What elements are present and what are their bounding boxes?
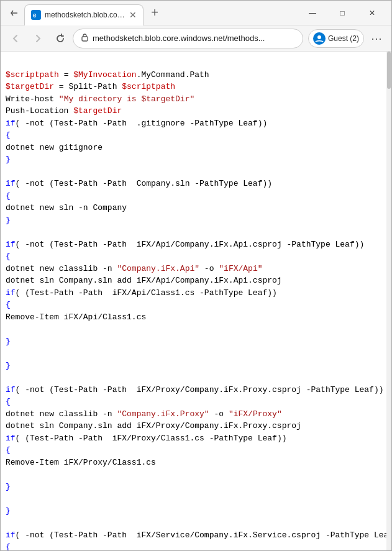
code-line: { [6, 250, 381, 263]
code-line [6, 517, 381, 529]
code-view: $scriptpath = $MyInvocation.MyCommand.Pa… [1, 52, 391, 550]
code-line: Remove-Item iFX/Proxy/Class1.cs [6, 457, 381, 469]
svg-point-3 [317, 35, 321, 39]
code-line [6, 323, 381, 335]
code-line: $scriptpath = $MyInvocation.MyCommand.Pa… [6, 69, 381, 81]
url-text: methodsketch.blob.core.windows.net/metho… [93, 34, 295, 43]
code-line: if( -not (Test-Path -Path Company.sln -P… [6, 178, 381, 190]
code-line [6, 493, 381, 505]
code-line: } [6, 335, 381, 348]
code-line: dotnet new classlib -n "Company.iFx.Prox… [6, 408, 381, 421]
code-line: if( -not (Test-Path -Path iFX/Proxy/Comp… [6, 384, 381, 396]
code-line [6, 468, 381, 481]
code-line: Push-Location $targetDir [6, 105, 381, 117]
title-bar: e methodsketch.blob.core.windo... ✕ + — … [1, 1, 391, 25]
code-line: Remove-Item iFX/Api/Class1.cs [6, 311, 381, 324]
code-line: Write-host "My directory is $targetDir" [6, 93, 381, 106]
code-line: } [6, 481, 381, 493]
code-line: } [6, 153, 381, 166]
tab-list-button[interactable] [6, 4, 23, 22]
code-line: } [6, 214, 381, 227]
browser-menu-button[interactable]: ⋯ [367, 29, 386, 48]
lock-icon [81, 33, 89, 43]
close-button[interactable]: ✕ [358, 4, 386, 22]
profile-icon [313, 32, 326, 45]
code-line: { [6, 299, 381, 311]
code-line: { [6, 444, 381, 457]
scrollbar-thumb[interactable] [387, 52, 391, 89]
address-bar[interactable]: methodsketch.blob.core.windows.net/metho… [73, 29, 303, 48]
code-line: } [6, 360, 381, 372]
code-line: $targetDir = Split-Path $scriptpath [6, 81, 381, 93]
new-tab-button[interactable]: + [146, 4, 163, 22]
code-line [6, 226, 381, 239]
code-line [6, 57, 381, 69]
back-button[interactable] [6, 29, 25, 48]
code-line: dotnet new gitignore [6, 142, 381, 154]
code-line: } [6, 505, 381, 517]
code-line: { [6, 190, 381, 203]
tab-bar: e methodsketch.blob.core.windo... ✕ + [6, 2, 298, 24]
svg-text:e: e [33, 12, 37, 19]
maximize-button[interactable]: □ [328, 4, 357, 22]
code-line: if( -not (Test-Path -Path iFX/Service/Co… [6, 529, 381, 542]
code-line [6, 371, 381, 384]
active-tab[interactable]: e methodsketch.blob.core.windo... ✕ [24, 4, 144, 25]
code-line: dotnet sln Company.sln add iFX/Proxy/Com… [6, 420, 381, 432]
code-line [6, 166, 381, 178]
code-line: dotnet new sln -n Company [6, 202, 381, 214]
refresh-button[interactable] [50, 29, 70, 48]
content-area: $scriptpath = $MyInvocation.MyCommand.Pa… [1, 52, 391, 550]
profile-button[interactable]: Guest (2) [308, 29, 364, 48]
code-line: { [6, 396, 381, 408]
code-line [6, 347, 381, 360]
scrollbar[interactable] [386, 52, 391, 550]
tab-close-button[interactable]: ✕ [129, 11, 137, 19]
code-line: if( (Test-Path -Path iFX/Proxy/Class1.cs… [6, 432, 381, 445]
code-line: if( (Test-Path -Path iFX/Api/Class1.cs -… [6, 287, 381, 299]
code-line: dotnet new classlib -n "Company.iFx.Api"… [6, 263, 381, 275]
svg-rect-2 [82, 37, 88, 41]
tab-favicon: e [31, 10, 41, 20]
tab-title: methodsketch.blob.core.windo... [45, 11, 125, 19]
code-line: if( -not (Test-Path -Path .gitignore -Pa… [6, 117, 381, 130]
browser-window: e methodsketch.blob.core.windo... ✕ + — … [0, 0, 392, 551]
code-line: { [6, 129, 381, 142]
window-controls: — □ ✕ [298, 4, 386, 22]
code-line: dotnet sln Company.sln add iFX/Api/Compa… [6, 275, 381, 287]
minimize-button[interactable]: — [298, 4, 327, 22]
address-bar-row: methodsketch.blob.core.windows.net/metho… [1, 25, 391, 52]
forward-button[interactable] [28, 29, 48, 48]
ellipsis-icon: ⋯ [371, 32, 382, 45]
code-line: { [6, 541, 381, 550]
profile-label: Guest (2) [328, 34, 359, 43]
code-line: if( -not (Test-Path -Path iFX/Api/Compan… [6, 239, 381, 251]
